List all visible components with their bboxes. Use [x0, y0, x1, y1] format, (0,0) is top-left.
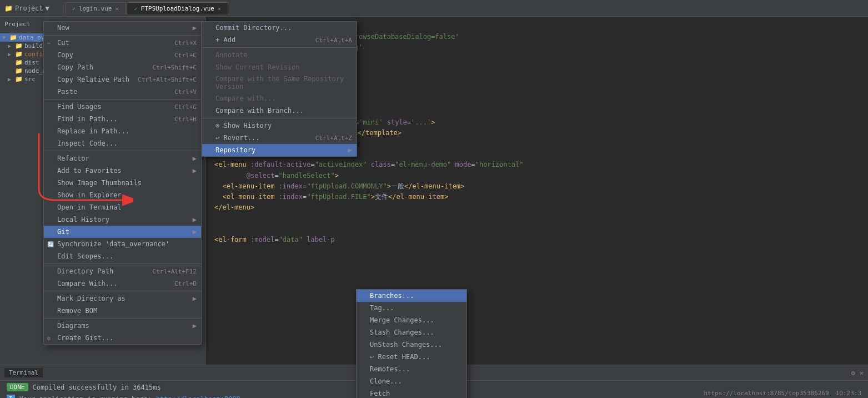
menu-item-compare-with[interactable]: Compare With... Ctrl+D [44, 277, 201, 290]
git-compare-branch-label: Compare with Branch... [215, 107, 304, 115]
menu-replace-in-path-label: Replace in Path... [57, 127, 129, 135]
paste-shortcut: Ctrl+V [174, 88, 197, 96]
menu-directory-path-label: Directory Path [57, 267, 113, 275]
menu-item-copy-path[interactable]: Copy Path Ctrl+Shift+C [44, 61, 201, 73]
menu-item-synchronize[interactable]: 🔄 Synchronize 'data_overnance' [44, 238, 201, 250]
git-add-shortcut: Ctrl+Alt+A [315, 37, 352, 44]
menu-item-diagrams[interactable]: Diagrams ▶ [44, 320, 201, 332]
git-menu-revert[interactable]: ↩ Revert... Ctrl+Alt+Z [202, 132, 357, 144]
menu-item-find-usages[interactable]: Find Usages Ctrl+G [44, 101, 201, 113]
menu-item-show-in-explorer[interactable]: Show in Explorer [44, 189, 201, 201]
menu-item-add-favorites[interactable]: Add to Favorites ▶ [44, 165, 201, 177]
menu-item-local-history[interactable]: Local History ▶ [44, 213, 201, 226]
git-show-current-label: Show Current Revision [215, 63, 300, 71]
repo-menu-tag[interactable]: Tag... [357, 302, 466, 314]
repository-submenu-arrow: ▶ [348, 146, 352, 154]
git-menu-annotate[interactable]: Annotate [202, 49, 357, 61]
repo-menu-branches[interactable]: Branches... [357, 290, 466, 302]
sync-icon: 🔄 [47, 241, 54, 247]
git-menu-compare-same-repo[interactable]: Compare with the Same Repository Version [202, 73, 357, 92]
menu-mark-directory-label: Mark Directory as [57, 295, 126, 302]
menu-paste-label: Paste [57, 88, 77, 96]
menu-item-copy-relative[interactable]: Copy Relative Path Ctrl+Alt+Shift+C [44, 73, 201, 86]
git-sep-2 [202, 118, 357, 118]
cut-shortcut: Ctrl+X [174, 39, 197, 47]
menu-item-paste[interactable]: Paste Ctrl+V [44, 86, 201, 98]
menu-open-terminal-label: Open in Terminal [57, 203, 122, 211]
git-compare-same-label: Compare with the Same Repository Version [215, 75, 352, 91]
menu-item-mark-directory[interactable]: Mark Directory as ▶ [44, 292, 201, 305]
repo-menu-clone[interactable]: Clone... [357, 375, 466, 387]
repo-menu-stash[interactable]: Stash Changes... [357, 326, 466, 339]
menu-item-directory-path[interactable]: Directory Path Ctrl+Alt+F12 [44, 265, 201, 277]
menu-item-refactor[interactable]: Refactor ▶ [44, 152, 201, 165]
git-menu-compare-with[interactable]: Compare with... [202, 92, 357, 105]
menu-item-git[interactable]: Git ▶ [44, 226, 201, 238]
repo-menu-unstash[interactable]: UnStash Changes... [357, 339, 466, 351]
menu-show-thumbnails-label: Show Image Thumbnails [57, 179, 142, 187]
menu-diagrams-label: Diagrams [57, 322, 89, 330]
menu-cut-label: Cut [57, 39, 69, 47]
menu-find-usages-label: Find Usages [57, 103, 101, 111]
directory-path-shortcut: Ctrl+Alt+F12 [153, 268, 197, 275]
copy-path-shortcut: Ctrl+Shift+C [153, 64, 197, 71]
git-add-label: + Add [215, 36, 235, 44]
menu-create-gist-label: Create Gist... [57, 334, 113, 342]
git-menu-compare-branch[interactable]: Compare with Branch... [202, 105, 357, 117]
menu-inspect-code-label: Inspect Code... [57, 140, 117, 147]
repo-menu-fetch[interactable]: Fetch [357, 387, 466, 398]
menu-refactor-label: Refactor [57, 155, 89, 162]
copy-shortcut: Ctrl+C [174, 52, 197, 59]
repo-stash-label: Stash Changes... [370, 329, 434, 336]
repo-menu-reset-head[interactable]: ↩ Reset HEAD... [357, 351, 466, 363]
repo-remotes-label: Remotes... [370, 365, 410, 373]
menu-show-in-explorer-label: Show in Explorer [57, 191, 122, 199]
git-menu-show-current[interactable]: Show Current Revision [202, 61, 357, 73]
menu-find-in-path-label: Find in Path... [57, 115, 117, 123]
menu-item-edit-scopes[interactable]: Edit Scopes... [44, 250, 201, 262]
repo-menu-remotes[interactable]: Remotes... [357, 363, 466, 375]
menu-item-find-in-path[interactable]: Find in Path... Ctrl+H [44, 113, 201, 125]
git-submenu: Commit Directory... + Add Ctrl+Alt+A Ann… [202, 21, 357, 157]
cut-icon: ✂ [47, 40, 51, 46]
repo-merge-label: Merge Changes... [370, 316, 434, 324]
menu-new-label: New [57, 24, 69, 32]
git-menu-add[interactable]: + Add Ctrl+Alt+A [202, 34, 357, 46]
menu-sep-4 [44, 263, 201, 264]
git-revert-shortcut: Ctrl+Alt+Z [315, 135, 352, 142]
refactor-submenu-arrow: ▶ [193, 155, 197, 162]
git-compare-with-label: Compare with... [215, 94, 275, 102]
repo-menu-merge[interactable]: Merge Changes... [357, 314, 466, 326]
git-submenu-arrow: ▶ [193, 228, 197, 236]
menu-copy-relative-label: Copy Relative Path [57, 76, 129, 83]
git-sep-1 [202, 47, 357, 48]
repo-tag-label: Tag... [370, 304, 394, 312]
git-show-history-label: ⊙ Show History [215, 122, 272, 130]
find-usages-shortcut: Ctrl+G [174, 103, 197, 111]
git-menu-commit-dir[interactable]: Commit Directory... [202, 22, 357, 34]
git-annotate-label: Annotate [215, 51, 248, 59]
diagrams-submenu-arrow: ▶ [193, 322, 197, 330]
new-submenu-arrow: ▶ [193, 24, 197, 32]
menu-item-copy[interactable]: Copy Ctrl+C [44, 49, 201, 61]
menu-item-new[interactable]: New ▶ [44, 22, 201, 34]
menu-item-remove-bom[interactable]: Remove BOM [44, 305, 201, 317]
menu-item-create-gist[interactable]: ⚙ Create Gist... [44, 332, 201, 344]
menu-item-inspect-code[interactable]: Inspect Code... [44, 137, 201, 150]
local-history-submenu-arrow: ▶ [193, 216, 197, 223]
menu-sep-3 [44, 151, 201, 151]
menu-item-open-terminal[interactable]: Open in Terminal [44, 201, 201, 213]
menu-copy-path-label: Copy Path [57, 63, 93, 71]
menu-sep-6 [44, 318, 201, 319]
git-menu-show-history[interactable]: ⊙ Show History [202, 120, 357, 132]
repo-unstash-label: UnStash Changes... [370, 341, 442, 349]
git-menu-repository[interactable]: Repository ▶ [202, 144, 357, 156]
menu-item-show-thumbnails[interactable]: Show Image Thumbnails [44, 177, 201, 189]
git-revert-label: ↩ Revert... [215, 134, 259, 142]
menu-compare-with-label: Compare With... [57, 280, 117, 287]
repo-fetch-label: Fetch [370, 390, 390, 397]
github-icon: ⚙ [47, 335, 51, 341]
menu-item-replace-in-path[interactable]: Replace in Path... [44, 125, 201, 137]
copy-relative-shortcut: Ctrl+Alt+Shift+C [138, 76, 197, 83]
menu-item-cut[interactable]: ✂ Cut Ctrl+X [44, 37, 201, 49]
